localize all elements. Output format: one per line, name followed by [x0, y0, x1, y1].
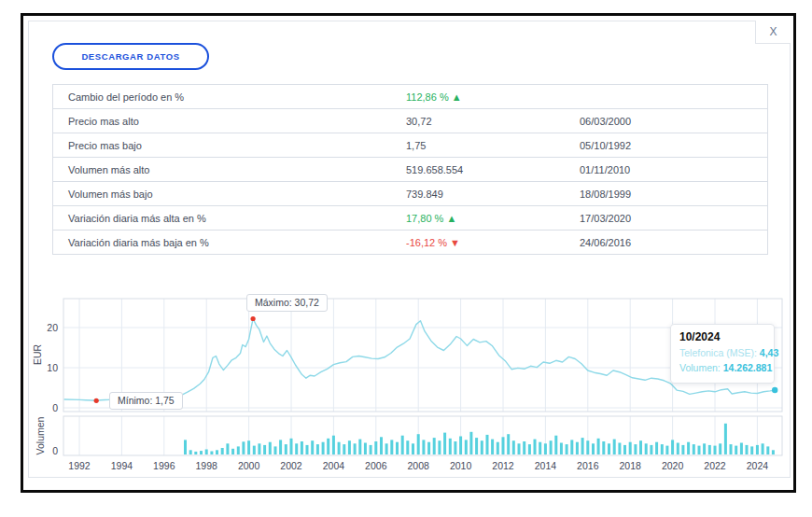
volume-bar: [766, 446, 769, 454]
volume-bar: [645, 443, 648, 454]
download-data-button[interactable]: DESCARGAR DATOS: [52, 43, 209, 70]
stat-date: 18/08/1999: [580, 189, 767, 200]
close-button[interactable]: X: [755, 21, 791, 44]
volume-bar: [665, 446, 668, 454]
stat-label: Cambio del período en %: [53, 91, 406, 103]
stat-date: 24/06/2016: [580, 237, 767, 248]
volume-bar: [703, 443, 706, 454]
volume-bar: [343, 444, 345, 454]
volume-bar: [507, 434, 510, 454]
last-point-dot: [772, 387, 777, 393]
volume-bar: [390, 440, 393, 454]
volume-bar: [677, 443, 679, 455]
volume-bar: [338, 442, 341, 454]
volume-bar: [242, 441, 245, 454]
volume-bar: [634, 444, 637, 454]
volume-bar: [449, 439, 452, 454]
stat-value: 739.849: [406, 189, 580, 200]
stat-label: Precio mas bajo: [53, 140, 406, 151]
x-axis-tick-label: 1994: [111, 460, 133, 471]
volume-bar: [687, 442, 690, 454]
volume-bar: [269, 442, 272, 454]
x-axis-tick-label: 2024: [747, 460, 769, 471]
volume-bar: [327, 439, 329, 454]
price-line: [64, 319, 775, 401]
x-axis-tick-label: 2016: [577, 460, 599, 471]
x-axis-tick-label: 2010: [450, 460, 472, 471]
volume-bar: [364, 443, 367, 455]
volume-bar: [497, 442, 499, 454]
x-axis-tick-label: 1996: [153, 460, 175, 471]
tooltip-volume-label: Volumen:: [679, 362, 721, 373]
stats-row: Volumen más alto519.658.55401/11/2010: [53, 158, 767, 182]
volume-bar: [279, 440, 282, 454]
volume-bar: [322, 442, 325, 454]
x-axis-tick-label: 2022: [704, 460, 726, 471]
min-annotation: Mínimo: 1,75: [109, 392, 183, 410]
volume-bar: [772, 450, 775, 454]
volume-bar: [629, 442, 632, 454]
volume-bar: [671, 440, 674, 454]
volume-bar: [184, 440, 187, 454]
volume-axis-label: Volumen: [35, 416, 46, 454]
volume-bar: [566, 444, 568, 454]
stats-row: Variación diaria más alta en %17,80 % ▲1…: [53, 206, 767, 231]
volume-bar: [332, 436, 335, 454]
stat-label: Variación diaria más baja en %: [53, 237, 406, 248]
volume-bar: [539, 442, 541, 454]
volume-bar: [592, 443, 595, 454]
tooltip-series-value: 4,43: [760, 347, 778, 358]
stat-value: 30,72: [406, 116, 580, 127]
volume-bar: [756, 445, 759, 454]
volume-bar: [274, 446, 277, 454]
x-axis-tick-label: 2020: [662, 460, 684, 471]
x-axis-tick-label: 2018: [620, 460, 642, 471]
volume-bar: [401, 436, 404, 454]
volume-bar: [570, 440, 573, 454]
tooltip-series-label: Telefonica (MSE):: [679, 347, 757, 358]
volume-bar: [502, 437, 505, 454]
volume-bar: [443, 433, 446, 454]
volume-bar: [740, 443, 743, 455]
volume-bar: [263, 445, 266, 454]
volume-bar: [216, 450, 218, 454]
stats-row: Precio mas alto30,7206/03/2000: [53, 109, 767, 133]
x-axis-tick-label: 2014: [535, 460, 557, 471]
volume-bar: [534, 440, 537, 454]
volume-bar: [459, 437, 462, 455]
volume-bar: [301, 441, 303, 454]
volume-bar: [194, 452, 197, 454]
volume-bar: [581, 438, 584, 454]
volume-bar: [354, 443, 357, 454]
x-axis-tick-label: 1998: [196, 460, 218, 471]
volume-bar: [469, 432, 472, 454]
volume-bar: [693, 444, 695, 454]
volume-bar: [486, 435, 489, 454]
volume-bar: [481, 440, 483, 454]
volume-bar: [698, 446, 701, 454]
volume-bar: [586, 440, 589, 454]
x-axis-tick-label: 1992: [68, 460, 91, 471]
volume-bar: [746, 445, 749, 454]
volume-bar: [655, 442, 658, 454]
stat-value: 1,75: [406, 140, 580, 151]
x-axis-tick-label: 2000: [238, 460, 260, 471]
stat-value: 17,80 % ▲: [406, 213, 580, 224]
stat-label: Volumen más bajo: [53, 189, 406, 200]
volume-bar: [380, 437, 383, 454]
volume-bar: [724, 424, 727, 454]
volume-bar: [576, 442, 579, 454]
volume-bar: [475, 438, 478, 454]
volume-bar: [417, 434, 420, 454]
stat-value: 519.658.554: [406, 164, 580, 175]
volume-bar: [422, 440, 425, 454]
volume-bar: [550, 440, 553, 454]
volume-bar: [221, 448, 224, 454]
volume-bar: [385, 443, 388, 454]
volume-bar: [608, 443, 610, 454]
eur-axis-label: EUR: [32, 343, 43, 365]
volume-bar: [358, 440, 361, 454]
volume-bar: [465, 440, 468, 454]
stat-date: 05/10/1992: [580, 140, 767, 151]
volume-bar: [348, 440, 351, 454]
